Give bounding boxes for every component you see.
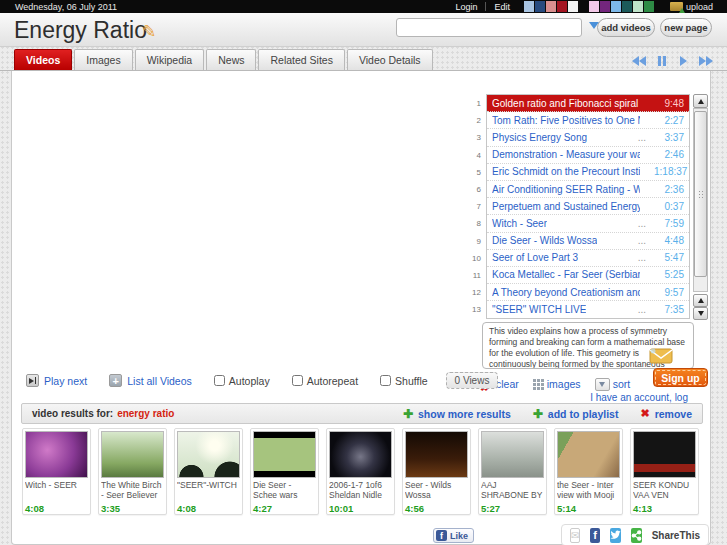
video-title[interactable]: Die Seer - Schee wars xyxy=(253,481,316,500)
video-thumbnail[interactable] xyxy=(557,431,620,478)
video-thumbnail[interactable] xyxy=(633,431,696,478)
pause-icon[interactable] xyxy=(658,56,668,66)
login-link[interactable]: Login xyxy=(455,2,477,12)
video-title[interactable]: The White Birch - Seer Believer xyxy=(101,481,164,500)
playlist-item-title[interactable]: Eric Schmidt on the Precourt Institute f… xyxy=(492,166,640,177)
theme-swatch[interactable] xyxy=(611,1,621,12)
upload-button[interactable]: upload xyxy=(670,2,713,12)
video-title[interactable]: the Seer - Inter view with Mooji xyxy=(557,481,620,500)
playlist-item[interactable]: Physics Energy Song ... 3:37 xyxy=(487,129,689,146)
playlist-item-title[interactable]: Air Conditioning SEER Rating - What do..… xyxy=(492,184,640,195)
list-all-videos-link[interactable]: List all Videos xyxy=(127,375,192,387)
playlist-item[interactable]: Perpetuem and Sustained Energy by H... 0… xyxy=(487,198,689,215)
video-card[interactable]: The White Birch - Seer Believer 3:35 xyxy=(98,428,167,515)
theme-swatch[interactable] xyxy=(546,1,556,12)
video-card[interactable]: the Seer - Inter view with Mooji 5:14 xyxy=(554,428,623,515)
video-card[interactable]: SEER KONDU VAA VEN 4:13 xyxy=(630,428,699,515)
playlist-item-title[interactable]: Demonstration - Measure your waist-hip..… xyxy=(492,149,640,160)
video-thumbnail[interactable] xyxy=(25,431,88,478)
video-thumbnail[interactable] xyxy=(481,431,544,478)
video-card[interactable]: Seer - Wilds Wossa 4:56 xyxy=(402,428,471,515)
video-card[interactable]: 2006-1-7 1of6 Sheldan Nidle 10:01 xyxy=(326,428,395,515)
playlist-item[interactable]: Golden ratio and Fibonacci spiral in a n… xyxy=(487,95,689,112)
tab-wikipedia[interactable]: Wikipedia xyxy=(135,49,205,70)
play-next-link[interactable]: Play next xyxy=(44,375,87,387)
playlist-scrollbar[interactable] xyxy=(693,94,708,320)
play-next-icon[interactable] xyxy=(26,374,39,387)
facebook-share-icon[interactable]: f xyxy=(590,528,599,543)
video-thumbnail[interactable] xyxy=(177,431,240,478)
theme-swatch[interactable] xyxy=(589,1,599,12)
playlist-item[interactable]: Eric Schmidt on the Precourt Institute f… xyxy=(487,164,689,181)
facebook-like-button[interactable]: f Like xyxy=(433,528,474,543)
playlist-item-title[interactable]: Witch - Seer xyxy=(492,218,547,229)
scroll-up-button[interactable] xyxy=(693,94,708,108)
theme-swatch[interactable] xyxy=(622,1,632,12)
theme-swatch[interactable] xyxy=(557,1,567,12)
add-videos-button[interactable]: add videos xyxy=(597,18,655,37)
playlist-item[interactable]: Seer of Love Part 3 ... 5:47 xyxy=(487,250,689,267)
scroll-up-button-2[interactable] xyxy=(693,294,708,307)
sort-button[interactable]: sort xyxy=(595,378,631,391)
remove-link[interactable]: ✖ remove xyxy=(640,407,692,420)
tab-news[interactable]: News xyxy=(206,49,256,70)
autorepeat-checkbox[interactable] xyxy=(292,375,303,386)
video-title[interactable]: SEER KONDU VAA VEN xyxy=(633,481,696,500)
tab-video-details[interactable]: Video Details xyxy=(347,49,433,70)
tab-related-sites[interactable]: Related Sites xyxy=(258,49,344,70)
sharethis-icon[interactable] xyxy=(631,528,642,543)
playlist-item[interactable]: A Theory beyond Creationism and Darw... … xyxy=(487,284,689,301)
playlist-item-title[interactable]: "SEER" WITCH LIVE xyxy=(492,304,586,315)
video-thumbnail[interactable] xyxy=(329,431,392,478)
video-card[interactable]: Witch - SEER 4:08 xyxy=(22,428,91,515)
playlist-item[interactable]: Demonstration - Measure your waist-hip..… xyxy=(487,147,689,164)
scroll-down-button[interactable] xyxy=(693,307,708,320)
video-thumbnail[interactable] xyxy=(253,431,316,478)
playlist-item-title[interactable]: Tom Rath: Five Positives to One Negati..… xyxy=(492,115,640,126)
tab-images[interactable]: Images xyxy=(74,49,132,70)
new-page-button[interactable]: new page xyxy=(660,18,712,37)
video-card[interactable]: "SEER"-WITCH 4:08 xyxy=(174,428,243,515)
edit-pencil-icon[interactable]: ✎ xyxy=(142,21,156,42)
play-icon[interactable] xyxy=(680,56,687,66)
theme-swatch[interactable] xyxy=(568,1,578,12)
scroll-track[interactable] xyxy=(693,108,708,292)
playlist-item-title[interactable]: Perpetuem and Sustained Energy by H... xyxy=(492,201,640,212)
scroll-thumb[interactable] xyxy=(694,111,707,277)
show-more-results-link[interactable]: ✚ show more results xyxy=(403,407,511,421)
shuffle-checkbox[interactable] xyxy=(380,375,391,386)
views-badge[interactable]: 0 Views xyxy=(446,372,499,389)
playlist-item[interactable]: "SEER" WITCH LIVE ... 7:35 xyxy=(487,301,689,318)
video-title[interactable]: 2006-1-7 1of6 Sheldan Nidle xyxy=(329,481,392,500)
theme-swatch[interactable] xyxy=(644,1,654,12)
playlist-item[interactable]: Koca Metallec - Far Seer (Serbian Psy) .… xyxy=(487,267,689,284)
playlist-item-title[interactable]: A Theory beyond Creationism and Darw... xyxy=(492,287,640,298)
sharethis-label[interactable]: ShareThis xyxy=(652,530,700,541)
email-share-icon[interactable]: ✉ xyxy=(570,528,580,543)
playlist-item-title[interactable]: Seer of Love Part 3 xyxy=(492,252,578,263)
playlist-item[interactable]: Die Seer - Wilds Wossa ... 4:48 xyxy=(487,233,689,250)
playlist-item[interactable]: Air Conditioning SEER Rating - What do..… xyxy=(487,181,689,198)
video-title[interactable]: Seer - Wilds Wossa xyxy=(405,481,468,500)
tab-videos[interactable]: Videos xyxy=(14,49,72,70)
have-account-link[interactable]: I have an account, log xyxy=(590,392,688,403)
video-card[interactable]: Die Seer - Schee wars 4:27 xyxy=(250,428,319,515)
video-title[interactable]: Witch - SEER xyxy=(25,481,88,500)
add-to-playlist-link[interactable]: ✚ add to playlist xyxy=(533,407,619,421)
rewind-icon[interactable] xyxy=(632,56,646,66)
video-thumbnail[interactable] xyxy=(405,431,468,478)
theme-swatch[interactable] xyxy=(600,1,610,12)
images-button[interactable]: images xyxy=(533,378,581,390)
video-title[interactable]: AAJ SHRABONE BY RUPANKAR xyxy=(481,481,544,500)
search-input[interactable] xyxy=(396,18,582,37)
video-thumbnail[interactable] xyxy=(101,431,164,478)
video-title[interactable]: "SEER"-WITCH xyxy=(177,481,240,500)
theme-swatch[interactable] xyxy=(524,1,534,12)
playlist-item-title[interactable]: Die Seer - Wilds Wossa xyxy=(492,235,597,246)
playlist-item-title[interactable]: Koca Metallec - Far Seer (Serbian Psy) .… xyxy=(492,269,640,280)
theme-swatch[interactable] xyxy=(633,1,643,12)
playlist-item-title[interactable]: Physics Energy Song xyxy=(492,132,587,143)
theme-swatch[interactable] xyxy=(535,1,545,12)
edit-link[interactable]: Edit xyxy=(494,2,510,12)
twitter-share-icon[interactable] xyxy=(610,528,621,543)
